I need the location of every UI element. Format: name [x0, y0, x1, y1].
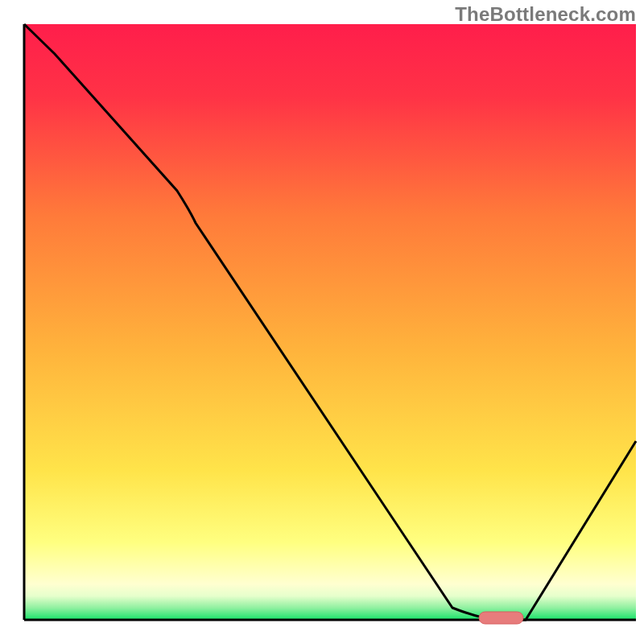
optimal-point-marker — [479, 612, 523, 624]
chart-container: TheBottleneck.com — [0, 0, 644, 644]
watermark-text: TheBottleneck.com — [455, 3, 636, 26]
gradient-background — [24, 24, 636, 620]
plot-area — [24, 24, 636, 624]
bottleneck-chart — [0, 0, 644, 644]
